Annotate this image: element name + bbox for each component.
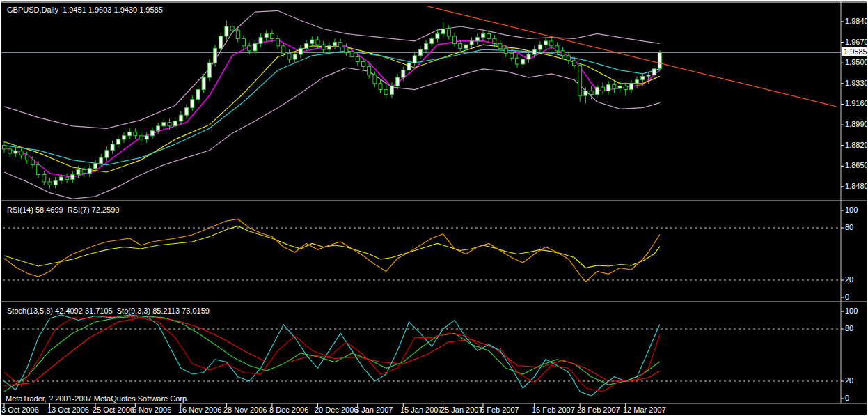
indicator-axis-label: 0 xyxy=(845,293,849,301)
indicator-axis-label: 100 xyxy=(845,307,858,315)
candle-body xyxy=(214,48,217,63)
candle-body xyxy=(510,53,513,58)
candle-body xyxy=(636,80,639,84)
candle-body xyxy=(168,123,171,126)
stoch-line xyxy=(4,317,660,386)
bollinger-lower xyxy=(4,68,660,199)
candle-body xyxy=(350,52,354,57)
candle-body xyxy=(191,100,194,108)
candle-body xyxy=(31,160,34,165)
candle-body xyxy=(441,29,445,34)
candle-body xyxy=(139,136,143,139)
stoch-line xyxy=(4,315,660,396)
candle-body xyxy=(362,62,365,67)
candle-body xyxy=(276,38,280,46)
price-axis-label: 1.9670 xyxy=(845,38,868,46)
candle-body xyxy=(327,46,331,49)
candle-body xyxy=(453,36,457,44)
candle-body xyxy=(185,108,189,116)
chart-canvas[interactable] xyxy=(1,1,867,415)
candle-body xyxy=(116,139,120,144)
candle-body xyxy=(652,69,656,75)
candle-body xyxy=(48,182,52,185)
indicator-axis-label: 100 xyxy=(845,206,858,214)
candle-body xyxy=(618,86,622,88)
indicator-axis-label: 80 xyxy=(845,324,853,332)
candle-body xyxy=(253,43,257,51)
candle-body xyxy=(573,61,576,66)
candle-body xyxy=(624,86,627,89)
candle-body xyxy=(641,76,645,79)
candle-body xyxy=(647,75,650,77)
candle-body xyxy=(538,45,542,49)
candle-body xyxy=(59,177,63,180)
candle-body xyxy=(111,144,114,151)
candle-body xyxy=(242,38,246,46)
candle-body xyxy=(658,52,661,68)
ma-magenta xyxy=(4,40,660,177)
candle-body xyxy=(8,149,12,153)
candle-body xyxy=(584,91,587,95)
price-axis-label: 1.8480 xyxy=(845,182,868,190)
candle-body xyxy=(54,180,57,185)
date-axis-label: 3 Jan 2007 xyxy=(355,406,393,414)
candle-body xyxy=(157,126,160,131)
candle-body xyxy=(368,67,371,75)
candle-body xyxy=(128,132,132,136)
candle-body xyxy=(88,169,91,174)
candle-body xyxy=(145,136,148,139)
candle-body xyxy=(567,56,570,61)
candle-body xyxy=(77,170,80,175)
chart-title: GBPUSD,Daily 1.9451 1.9603 1.9430 1.9585 xyxy=(7,6,163,14)
candle-body xyxy=(270,33,274,38)
candle-body xyxy=(550,41,553,46)
candle-body xyxy=(259,38,262,44)
candle-body xyxy=(487,33,491,38)
candle-body xyxy=(19,151,23,155)
candle-body xyxy=(578,66,582,96)
candle-body xyxy=(202,77,205,89)
price-axis-label: 1.9840 xyxy=(845,17,868,25)
indicator-axis-label: 20 xyxy=(845,376,853,385)
candle-body xyxy=(310,40,314,43)
candle-body xyxy=(516,58,519,64)
candle-body xyxy=(179,115,182,121)
rsi-line xyxy=(4,226,660,268)
price-axis-label: 1.8650 xyxy=(845,161,868,169)
candle-body xyxy=(287,53,291,59)
price-axis-label: 1.8990 xyxy=(845,120,868,128)
candle-body xyxy=(470,41,473,45)
candle-body xyxy=(555,46,559,51)
candle-body xyxy=(37,165,40,175)
indicator-axis-label: 80 xyxy=(845,223,853,231)
candle-body xyxy=(282,46,285,54)
candle-body xyxy=(373,75,377,84)
candle-body xyxy=(82,170,86,174)
candle-body xyxy=(316,40,319,45)
candle-body xyxy=(493,38,496,43)
candle-body xyxy=(65,177,69,180)
candle-body xyxy=(595,87,599,95)
candle-body xyxy=(299,48,302,54)
candle-body xyxy=(402,70,405,78)
price-axis-label: 1.9160 xyxy=(845,99,868,107)
stoch-line xyxy=(4,316,660,392)
candle-body xyxy=(396,77,400,86)
candle-body xyxy=(71,175,74,180)
candle-body xyxy=(219,36,223,48)
bollinger-upper xyxy=(4,10,660,128)
candle-body xyxy=(425,43,428,49)
candle-body xyxy=(498,43,502,48)
current-price-label: 1.9585 xyxy=(842,47,868,56)
candle-body xyxy=(601,87,604,91)
candle-body xyxy=(504,48,507,53)
candle-body xyxy=(521,59,525,64)
candle-body xyxy=(322,45,325,49)
candle-body xyxy=(390,86,393,94)
date-axis-label: 3 Oct 2006 xyxy=(1,406,39,414)
candle-body xyxy=(339,43,342,47)
candle-body xyxy=(248,46,251,51)
stoch-indicator-label: Stoch(13,5,8) 42.4092 31.7105 Sto(9,3,3)… xyxy=(7,307,210,315)
candle-body xyxy=(305,43,308,48)
ma-cyan xyxy=(4,49,660,165)
